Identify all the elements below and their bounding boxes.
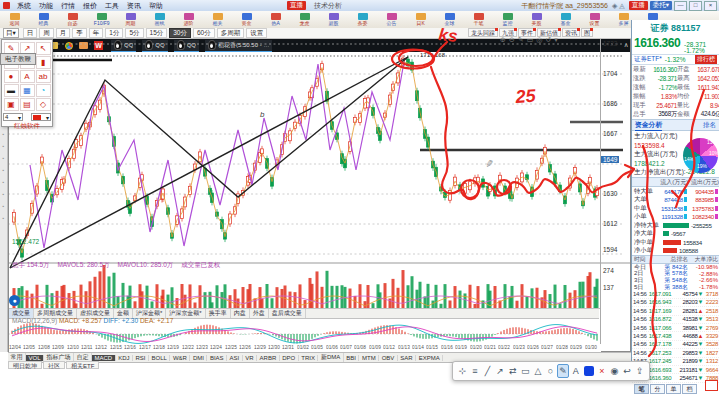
tick-tab-笔[interactable]: 笔	[634, 384, 649, 394]
ind-tab-EXPMA[interactable]: EXPMA	[416, 355, 443, 361]
ind-tab-VR[interactable]: VR	[243, 355, 257, 361]
period-日[interactable]: 日	[23, 28, 38, 38]
period-月[interactable]: 月	[56, 28, 71, 38]
palette-tool-6[interactable]: ●	[4, 70, 19, 83]
ind-tab-KDJ[interactable]: KDJ	[116, 355, 133, 361]
toolbar-button-1[interactable]: 经典	[29, 12, 58, 27]
toolbar-button-18[interactable]: 美股	[522, 12, 551, 27]
mini-icon-4[interactable]: ◎	[536, 36, 542, 44]
menu-item-3[interactable]: 报价	[83, 1, 97, 11]
menu-item-2[interactable]: 行情	[61, 1, 75, 11]
palette-tool-2[interactable]: ↖	[36, 42, 51, 55]
toolbar-button-10[interactable]: 龙虎	[290, 12, 319, 27]
close-button[interactable]: ×	[704, 1, 717, 11]
pen-size-combo[interactable]: 4▾	[3, 113, 23, 121]
ind-tab-MACD[interactable]: MACD	[92, 355, 116, 361]
ind-tab-新DMA[interactable]: 新DMA	[318, 353, 343, 362]
palette-tool-9[interactable]: ▬	[4, 84, 19, 97]
ind-tab2-1[interactable]: 社区	[43, 361, 65, 369]
toolbar-button-15[interactable]: 全球	[435, 12, 464, 27]
anno-tool-14[interactable]: ⇪	[634, 364, 646, 378]
anno-tool-10[interactable]	[584, 366, 594, 376]
menu-item-4[interactable]: 工具	[105, 1, 119, 11]
toolbar-button-13[interactable]: 公告	[377, 12, 406, 27]
live-badge[interactable]: 直播	[287, 1, 306, 10]
toolbar-button-12[interactable]: 条委	[348, 12, 377, 27]
tick-tab-单[interactable]: 单	[666, 384, 681, 394]
maximize-button[interactable]: □	[689, 1, 702, 11]
anno-tool-12[interactable]: ◉	[609, 364, 621, 378]
ind-tab-VOL[interactable]: VOL	[26, 355, 44, 361]
vol-tab-7[interactable]: 内盘	[231, 309, 250, 318]
ind-tab-OBV[interactable]: OBV	[379, 355, 398, 361]
palette-tool-8[interactable]: ab	[36, 70, 51, 83]
tick-row[interactable]: 14:561616.87241538▼3513	[632, 316, 719, 324]
tick-row[interactable]: 14:561617.43844688▲3329	[632, 332, 719, 340]
palette-tool-11[interactable]: ◔	[36, 84, 51, 97]
period-周[interactable]: 周	[39, 28, 54, 38]
tick-row[interactable]: 14:561616.94328203▼2223	[632, 299, 719, 307]
ind-tab-RSI[interactable]: RSI	[133, 355, 149, 361]
menu-item-6[interactable]: 帮助	[149, 1, 163, 11]
ind-tab-DMI[interactable]: DMI	[190, 355, 207, 361]
menu-item-5[interactable]: 资讯	[127, 1, 141, 11]
trade-button[interactable]: 委托▾	[650, 1, 672, 10]
period-30分[interactable]: 30分	[169, 28, 191, 38]
mini-icon-5[interactable]: ↺	[545, 36, 551, 44]
ind-tab-MTM[interactable]: MTM	[359, 355, 379, 361]
anno-tool-4[interactable]: ⇄	[507, 364, 519, 378]
mini-icon-0[interactable]: ⊕	[500, 36, 506, 44]
bell-icon[interactable]: ◈ ◬	[612, 2, 625, 10]
palette-tool-7[interactable]: A	[20, 70, 35, 83]
mini-icon-2[interactable]: ✎	[518, 36, 524, 44]
period-多周期[interactable]: 多周期	[217, 28, 245, 38]
tick-row[interactable]: 14:561617.25329853▼1827	[632, 349, 719, 357]
ind-tab-ARBR[interactable]: ARBR	[257, 355, 280, 361]
mini-icon-1[interactable]: ⊖	[509, 36, 515, 44]
toolbar-button-5[interactable]: 画线	[145, 12, 174, 27]
toolbar-button-2[interactable]: 自选	[58, 12, 87, 27]
mini-tab-5[interactable]: 图	[581, 28, 593, 37]
toolbar-button-3[interactable]: F10/F9	[87, 12, 116, 27]
related-etf-row[interactable]: 证券ETF* -1.32% 排行榜	[632, 54, 719, 65]
minimize-button[interactable]: —	[674, 1, 687, 11]
ind-tab-BOLL[interactable]: BOLL	[149, 355, 170, 361]
toolbar-button-19[interactable]: 基金	[551, 12, 580, 27]
anno-tool-9[interactable]: A	[570, 364, 582, 378]
candlestick-chart[interactable]	[8, 38, 631, 352]
menu-item-1[interactable]: 功能	[39, 1, 53, 11]
palette-tool-5[interactable]: ▮	[36, 56, 51, 69]
palette-tool-12[interactable]: ▣	[4, 98, 19, 111]
palette-tool-13[interactable]: ▤	[20, 98, 35, 111]
tick-tab-档[interactable]: 档	[682, 384, 697, 394]
ind-tab-BIAS[interactable]: BIAS	[207, 355, 227, 361]
stock-title[interactable]: 证券 881157	[632, 20, 719, 35]
tick-row[interactable]: 14:561617.09145754▼3718	[632, 290, 719, 298]
toolbar-button-7[interactable]: 相关	[203, 12, 232, 27]
ind-tab-BBI[interactable]: BBI	[344, 355, 360, 361]
anno-tool-8[interactable]: ✎	[557, 364, 569, 378]
toolbar-button-0[interactable]: 返回	[0, 12, 29, 27]
toolbar-button-20[interactable]: 设置	[580, 12, 609, 27]
toolbar-button-14[interactable]: 日K	[406, 12, 435, 27]
period-15分[interactable]: 15分	[146, 28, 168, 38]
pen-color-combo[interactable]: ▾	[31, 113, 51, 121]
anno-tool-11[interactable]: ×	[596, 364, 608, 378]
ind-tab-W&R[interactable]: W&R	[170, 355, 190, 361]
period-季[interactable]: 季	[72, 28, 87, 38]
ind-tab2-0[interactable]: 明日乾坤	[8, 361, 42, 369]
anno-tool-0[interactable]: ⊹	[457, 364, 469, 378]
mini-tab-0[interactable]: 龙头回踩	[468, 28, 498, 37]
period-combo[interactable]: 目▾	[3, 28, 19, 38]
toolbar-button-11[interactable]: 新股	[319, 12, 348, 27]
tick-row[interactable]: 14:561617.06638981▼2769	[632, 324, 719, 332]
menu-item-0[interactable]: 系统	[17, 1, 31, 11]
anno-tool-5[interactable]: ▭	[519, 364, 531, 378]
ind-tab-SAR[interactable]: SAR	[398, 355, 416, 361]
tick-row[interactable]: 14:561617.17844225▼3528	[632, 341, 719, 349]
anno-tool-1[interactable]: ≡	[469, 364, 481, 378]
anno-tool-7[interactable]: ○	[545, 364, 557, 378]
tab-fund-analysis[interactable]: 资金分析	[635, 120, 662, 131]
period-年[interactable]: 年	[89, 28, 104, 38]
toolbar-button-17[interactable]: 监控	[493, 12, 522, 27]
